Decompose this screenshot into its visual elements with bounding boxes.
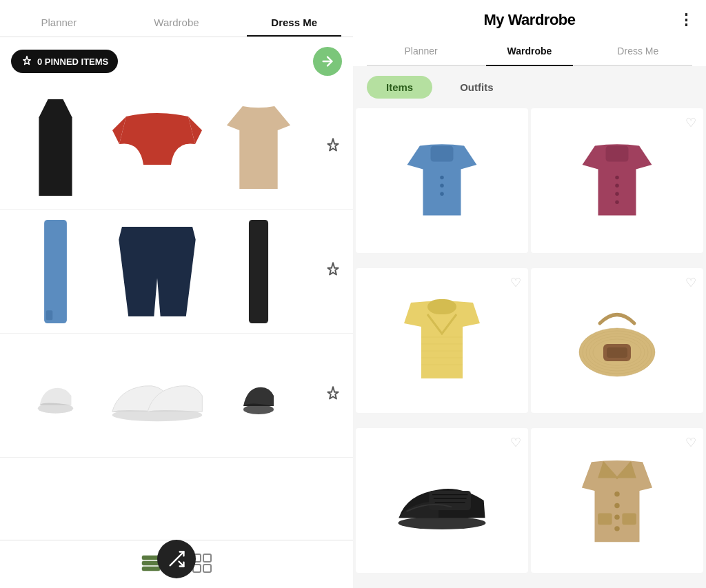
svg-rect-5 <box>248 220 268 323</box>
grid-item-pink-shirt[interactable]: ♡ <box>531 108 703 253</box>
svg-rect-27 <box>427 299 456 314</box>
left-tab-planner[interactable]: Planner <box>0 8 118 37</box>
sneaker-left-svg <box>37 375 74 416</box>
sneaker-right-svg <box>241 375 276 416</box>
svg-point-48 <box>614 514 619 519</box>
item-beige-tee <box>208 94 308 201</box>
go-button[interactable] <box>313 47 342 76</box>
grid-item-beige-jacket[interactable]: ♡ <box>531 428 703 573</box>
filter-items[interactable]: Items <box>367 76 432 99</box>
red-crop-svg <box>112 110 202 185</box>
right-header: My Wardrobe ⋮ Planner Wardrobe Dress Me <box>353 0 706 66</box>
svg-rect-22 <box>606 146 629 162</box>
svg-point-47 <box>614 503 619 508</box>
pinned-label: 0 PINNED ITEMS <box>37 57 108 67</box>
left-bottom-bar <box>0 540 353 588</box>
filter-outfits[interactable]: Outfits <box>441 76 512 99</box>
navy-biker-svg <box>112 227 202 316</box>
shuffle-icon <box>167 549 186 569</box>
item-white-sneaker <box>107 342 207 449</box>
arrow-right-icon <box>320 54 335 69</box>
black-top-svg <box>37 99 74 196</box>
svg-rect-11 <box>142 567 160 571</box>
outfit-list: TAPE <box>0 85 353 540</box>
item-black-top <box>6 94 105 201</box>
right-title: My Wardrobe <box>367 11 692 29</box>
right-tab-bar: Planner Wardrobe Dress Me <box>367 37 692 66</box>
item-black-legging <box>208 218 308 325</box>
svg-marker-1 <box>39 99 72 196</box>
item-red-crop <box>107 94 207 201</box>
svg-point-19 <box>440 176 444 179</box>
shuffle-button[interactable] <box>157 540 196 578</box>
outfit-items-3 <box>6 342 342 449</box>
left-tab-bar: Planner Wardrobe Dress Me <box>0 0 353 37</box>
svg-rect-18 <box>431 146 454 162</box>
beige-tee-svg <box>224 106 293 189</box>
left-tab-wardrobe[interactable]: Wardrobe <box>118 8 236 37</box>
beige-jacket-svg <box>576 456 658 545</box>
svg-rect-15 <box>203 554 211 562</box>
item-blue-legging: TAPE <box>6 218 105 325</box>
blue-legging-svg: TAPE <box>40 220 71 323</box>
menu-button[interactable]: ⋮ <box>678 11 695 29</box>
right-tab-dress-me[interactable]: Dress Me <box>584 37 692 65</box>
svg-point-26 <box>615 200 619 204</box>
pin-icon-1 <box>324 137 342 155</box>
left-panel: Planner Wardrobe Dress Me 0 PINNED ITEMS <box>0 0 353 588</box>
more-options-icon: ⋮ <box>678 11 695 28</box>
heart-yellow-shirt[interactable]: ♡ <box>510 275 521 290</box>
pin-outfit-1[interactable] <box>324 137 342 158</box>
right-tab-planner[interactable]: Planner <box>367 37 475 65</box>
svg-rect-40 <box>607 347 627 358</box>
heart-beige-jacket[interactable]: ♡ <box>685 435 696 450</box>
outfit-items-1 <box>6 94 342 201</box>
pin-outfit-2[interactable] <box>324 261 342 282</box>
svg-point-21 <box>440 192 444 196</box>
left-tab-dress-me[interactable]: Dress Me <box>235 8 353 37</box>
pin-outfit-3[interactable] <box>324 385 342 406</box>
heart-pink-shirt[interactable]: ♡ <box>685 115 696 130</box>
wardrobe-grid: ♡ ♡ <box>353 108 706 588</box>
svg-rect-3 <box>46 310 52 320</box>
svg-point-49 <box>614 526 619 531</box>
blue-shirt-svg <box>401 143 483 219</box>
outfit-row-1 <box>0 85 353 210</box>
right-panel: My Wardrobe ⋮ Planner Wardrobe Dress Me … <box>353 0 706 588</box>
svg-point-46 <box>614 491 619 496</box>
filter-bar: Items Outfits <box>353 66 706 108</box>
item-navy-biker <box>107 218 207 325</box>
pin-icon <box>21 55 33 68</box>
left-top-bar: 0 PINNED ITEMS <box>0 37 353 85</box>
right-tab-wardrobe[interactable]: Wardrobe <box>475 37 583 65</box>
outfit-items-2: TAPE <box>6 218 342 325</box>
svg-point-23 <box>615 176 619 179</box>
pinned-badge[interactable]: 0 PINNED ITEMS <box>11 50 118 73</box>
grid-item-straw-bag[interactable]: ♡ <box>531 268 703 413</box>
pink-shirt-svg <box>576 143 658 219</box>
grid-item-yellow-shirt[interactable]: ♡ <box>356 268 528 413</box>
black-sneaker-svg <box>394 469 490 531</box>
outfit-row-2: TAPE <box>0 210 353 334</box>
svg-rect-51 <box>622 514 636 525</box>
pin-icon-3 <box>324 385 342 403</box>
item-sneaker-left <box>6 342 105 449</box>
grid-item-blue-shirt[interactable] <box>356 108 528 253</box>
white-sneaker-svg <box>109 368 205 423</box>
grid-item-black-sneaker[interactable]: ♡ <box>356 428 528 573</box>
svg-point-20 <box>440 184 444 188</box>
item-sneaker-right <box>208 342 308 449</box>
heart-black-sneaker[interactable]: ♡ <box>510 435 521 450</box>
straw-bag-svg <box>572 303 662 378</box>
pin-icon-2 <box>324 261 342 279</box>
outfit-row-3 <box>0 334 353 458</box>
svg-rect-2 <box>44 220 67 323</box>
svg-rect-50 <box>598 514 612 525</box>
black-legging-svg <box>245 220 272 323</box>
heart-straw-bag[interactable]: ♡ <box>685 275 696 290</box>
svg-rect-42 <box>429 491 471 510</box>
yellow-shirt-svg <box>397 299 487 382</box>
svg-point-8 <box>243 405 274 414</box>
svg-point-24 <box>615 184 619 188</box>
svg-point-41 <box>399 516 486 529</box>
